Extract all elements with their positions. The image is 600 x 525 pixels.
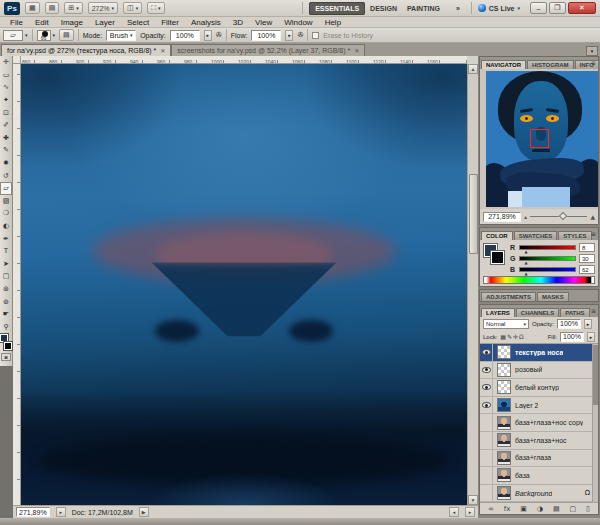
lock-position-icon[interactable]: ✛ xyxy=(513,333,518,340)
gradient-tool-icon[interactable]: ▨ xyxy=(0,195,12,208)
opacity-field[interactable]: 100% xyxy=(170,30,200,41)
lock-pixels-icon[interactable]: ✎ xyxy=(507,333,512,340)
close-button[interactable]: ✕ xyxy=(568,2,596,14)
layer-row[interactable]: база xyxy=(480,467,598,485)
shape-tool-icon[interactable]: ▢ xyxy=(0,270,12,283)
flow-field[interactable]: 100% xyxy=(251,30,281,41)
ruler-origin[interactable] xyxy=(13,56,21,64)
hand-tool-icon[interactable]: ☛ xyxy=(0,308,12,321)
menu-analysis[interactable]: Analysis xyxy=(185,18,227,27)
mini-bridge-icon[interactable]: ▤ xyxy=(45,2,60,14)
tab-close-icon[interactable]: ✕ xyxy=(160,47,165,54)
path-selection-tool-icon[interactable]: ➤ xyxy=(0,258,12,271)
layer-thumbnail[interactable] xyxy=(497,451,511,465)
layer-style-icon[interactable]: fx xyxy=(504,505,511,513)
workspace-more-button[interactable]: » xyxy=(451,3,465,14)
crop-tool-icon[interactable]: ⊡ xyxy=(0,106,12,119)
zoom-level-dropdown[interactable]: 272%▾ xyxy=(88,2,118,14)
panel-tab-paths[interactable]: PATHS xyxy=(560,308,589,317)
menu-window[interactable]: Window xyxy=(278,18,318,27)
move-tool-icon[interactable]: ✛ xyxy=(0,56,12,69)
eraser-tool-icon[interactable]: ▱ xyxy=(0,182,12,195)
brush-tool-icon[interactable]: ✎ xyxy=(0,144,12,157)
restore-button[interactable]: ❒ xyxy=(549,2,566,14)
menu-help[interactable]: Help xyxy=(319,18,347,27)
layer-row[interactable]: розовый xyxy=(480,362,598,380)
panel-tab-color[interactable]: COLOR xyxy=(481,231,513,240)
workspace-essentials[interactable]: ESSENTIALS xyxy=(309,2,365,15)
menu-filter[interactable]: Filter xyxy=(155,18,185,27)
document-tab-1[interactable]: for na'vy.psd @ 272% (текстура носа, RGB… xyxy=(1,44,171,56)
workspace-design[interactable]: DESIGN xyxy=(365,3,402,14)
dodge-tool-icon[interactable]: ◐ xyxy=(0,220,12,233)
slider-marker-icon[interactable]: ▲ xyxy=(524,260,527,265)
channel-slider[interactable]: ▲ xyxy=(519,267,576,272)
layer-row[interactable]: база+глаза xyxy=(480,450,598,468)
layers-opacity-field[interactable]: 100% xyxy=(557,319,581,329)
eye-visible-icon[interactable] xyxy=(480,379,493,396)
panel-tab-histogram[interactable]: HISTOGRAM xyxy=(527,60,574,69)
type-tool-icon[interactable]: T xyxy=(0,245,12,258)
eye-hidden-box[interactable] xyxy=(480,467,493,484)
minimize-button[interactable]: – xyxy=(530,2,547,14)
view-extras-icon[interactable]: ⊞▾ xyxy=(64,2,82,14)
eye-hidden-box[interactable] xyxy=(480,485,493,502)
layer-row[interactable]: BackgroundΩ xyxy=(480,485,598,502)
layer-thumbnail[interactable] xyxy=(497,398,511,412)
eye-visible-icon[interactable] xyxy=(480,344,493,361)
lasso-tool-icon[interactable]: ∿ xyxy=(0,81,12,94)
background-color-swatch[interactable] xyxy=(4,342,12,350)
layers-opacity-spinner[interactable]: ▸ xyxy=(584,319,592,329)
channel-value-field[interactable]: 8 xyxy=(579,243,595,252)
flow-spinner[interactable]: ▸ xyxy=(285,30,293,41)
airbrush-icon[interactable]: ✇ xyxy=(216,31,222,39)
workspace-painting[interactable]: PAINTING xyxy=(402,3,445,14)
eyedropper-tool-icon[interactable]: ✐ xyxy=(0,119,12,132)
layer-row[interactable]: база+глаза+нос xyxy=(480,432,598,450)
blend-mode-select[interactable]: Normal▾ xyxy=(483,319,529,329)
quick-mask-icon[interactable]: ◙ xyxy=(1,353,11,361)
layer-thumbnail[interactable] xyxy=(497,416,511,430)
background-color-swatch[interactable] xyxy=(491,251,504,264)
status-zoom-field[interactable]: 271,89% xyxy=(16,507,50,517)
canvas[interactable] xyxy=(21,64,467,505)
panel-tab-styles[interactable]: STYLES xyxy=(558,231,591,240)
lock-all-icon[interactable]: Ω xyxy=(519,333,524,340)
mode-select[interactable]: Brush ▾ xyxy=(106,30,136,41)
navigator-zoom-field[interactable]: 271,89% xyxy=(483,212,521,222)
eye-hidden-box[interactable] xyxy=(480,414,493,431)
tab-overflow-button[interactable]: ▾ xyxy=(586,46,598,56)
panel-menu-icon[interactable]: ≡ xyxy=(591,307,596,314)
foreground-color-swatch[interactable] xyxy=(0,334,8,342)
airbrush-flow-icon[interactable]: ✇ xyxy=(297,31,303,39)
navigator-view-box[interactable] xyxy=(530,129,549,148)
menu-view[interactable]: View xyxy=(249,18,278,27)
clone-stamp-tool-icon[interactable]: ✹ xyxy=(0,157,12,170)
toggle-brush-panel-icon[interactable]: ▤ xyxy=(59,29,74,41)
fill-spinner[interactable]: ▸ xyxy=(587,332,595,342)
navigator-zoom-slider[interactable] xyxy=(530,216,587,217)
color-spectrum-ramp[interactable] xyxy=(483,276,595,284)
navigator-thumbnail[interactable] xyxy=(486,71,598,207)
status-menu-icon[interactable]: ▶ xyxy=(139,507,149,517)
panel-tab-swatches[interactable]: SWATCHES xyxy=(514,231,558,240)
history-brush-tool-icon[interactable]: ↺ xyxy=(0,169,12,182)
panel-tab-adjustments[interactable]: ADJUSTMENTS xyxy=(481,292,536,301)
tab-close-icon[interactable]: ✕ xyxy=(354,47,359,54)
panel-tab-layers[interactable]: LAYERS xyxy=(481,308,515,317)
scroll-left-icon[interactable]: ◂ xyxy=(449,507,459,517)
slider-marker-icon[interactable]: ▲ xyxy=(524,249,527,254)
layer-row[interactable]: белый контур xyxy=(480,379,598,397)
layer-group-icon[interactable]: ▤ xyxy=(553,505,560,513)
3d-roll-tool-icon[interactable]: ⊚ xyxy=(0,295,12,308)
channel-slider[interactable]: ▲ xyxy=(519,256,576,261)
layer-row[interactable]: база+глаза+нос copy xyxy=(480,414,598,432)
arrange-documents-icon[interactable]: ◫▾ xyxy=(123,2,142,14)
fill-field[interactable]: 100% xyxy=(560,332,584,342)
layer-thumbnail[interactable] xyxy=(497,433,511,447)
blur-tool-icon[interactable]: ❍ xyxy=(0,207,12,220)
zoom-tool-icon[interactable]: ⚲ xyxy=(0,320,12,333)
eye-visible-icon[interactable] xyxy=(480,397,493,414)
channel-slider[interactable]: ▲ xyxy=(519,245,576,250)
vertical-scrollbar[interactable]: ▲ ▼ xyxy=(467,64,478,505)
